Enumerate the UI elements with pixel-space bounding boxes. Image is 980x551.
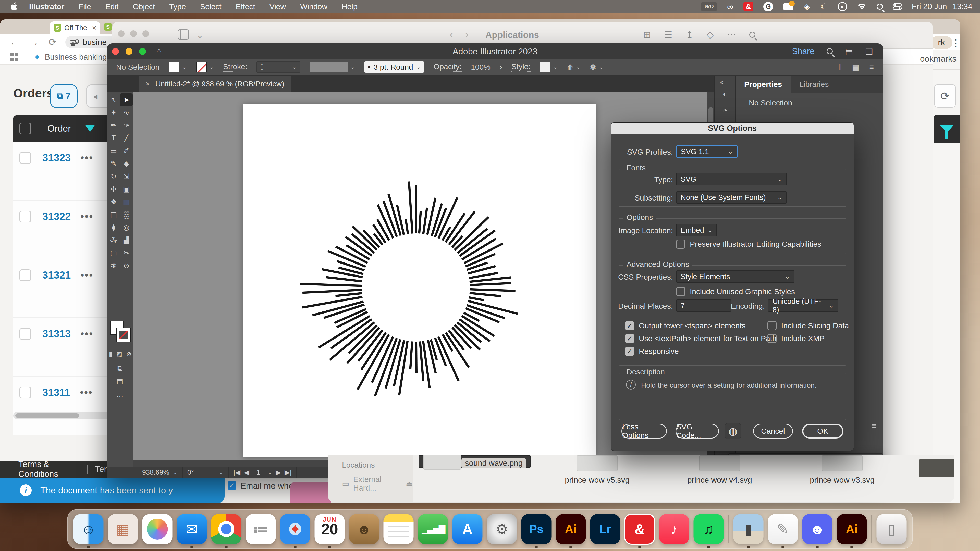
chrome[interactable] xyxy=(211,514,242,544)
scale-tool[interactable]: ⇲ xyxy=(120,170,133,183)
lasso-tool[interactable]: ∿ xyxy=(120,106,133,119)
tab-close-icon[interactable]: × xyxy=(92,24,97,32)
rotation-dropdown[interactable]: 0°⌄ xyxy=(183,467,229,478)
terms-link[interactable]: Terms & Conditions xyxy=(18,459,80,479)
order-number-link[interactable]: 31322 xyxy=(42,211,71,222)
gradient-button[interactable]: ▨ xyxy=(116,351,122,358)
menu-window[interactable]: Window xyxy=(300,2,328,11)
dock-separator[interactable] xyxy=(871,515,872,543)
css-properties-select[interactable]: Style Elements⌄ xyxy=(676,270,794,283)
row-menu-icon[interactable]: ••• xyxy=(80,269,94,281)
file-item[interactable]: prince wow v5.svg xyxy=(541,455,653,485)
workspace-icon[interactable]: ▤ xyxy=(845,46,853,56)
gradient-tool[interactable]: ▒ xyxy=(120,208,133,221)
file-name[interactable]: sound wave.png xyxy=(461,458,526,468)
transform-icon[interactable]: ▦ xyxy=(852,63,859,72)
bookmark-item[interactable]: Business banking | xyxy=(45,52,111,62)
row-checkbox[interactable] xyxy=(19,152,31,164)
subsetting-select[interactable]: None (Use System Fonts)⌄ xyxy=(676,191,787,204)
stacks-icon[interactable]: ◈ xyxy=(803,2,810,11)
order-number-link[interactable]: 31323 xyxy=(42,152,71,164)
music[interactable]: ♪ xyxy=(659,514,689,544)
symbol-sprayer-tool[interactable]: ⁂ xyxy=(107,233,120,246)
dock-separator[interactable] xyxy=(728,515,729,543)
menu-icon[interactable]: ≡ xyxy=(869,63,874,72)
back-icon[interactable]: ‹ xyxy=(450,28,453,41)
rectangle-tool[interactable]: ▭ xyxy=(107,144,120,157)
calendar[interactable]: JUN 20 xyxy=(315,514,345,544)
shaper-tool[interactable]: ✎ xyxy=(107,157,120,170)
row-menu-icon[interactable]: ••• xyxy=(80,328,94,340)
tab-libraries[interactable]: Libraries xyxy=(791,76,837,93)
search-icon[interactable] xyxy=(749,32,756,38)
sidebar-toggle-icon[interactable] xyxy=(178,29,189,40)
edit-toolbar-icon[interactable]: ⋯ xyxy=(107,392,133,401)
color-button[interactable]: ▮ xyxy=(109,351,112,358)
scrollbar-thumb[interactable] xyxy=(15,413,79,418)
chrome-tab-2[interactable]: S xyxy=(104,23,112,30)
spotlight-icon[interactable] xyxy=(877,3,883,10)
eyedropper-tool[interactable]: ⧫ xyxy=(107,221,120,233)
mesh-tool[interactable]: ▤ xyxy=(107,208,120,221)
file-name[interactable]: prince wow v5.svg xyxy=(561,475,633,485)
creative-cloud-icon[interactable]: ∞ xyxy=(727,2,733,12)
svg-code-button[interactable]: SVG Code... xyxy=(676,424,719,438)
eject-icon[interactable]: ⏏ xyxy=(406,479,413,488)
image-location-select[interactable]: Embed⌄ xyxy=(676,224,717,237)
share-button[interactable]: Share xyxy=(792,46,815,56)
notes[interactable] xyxy=(383,514,414,544)
sidebar-item-external-drive[interactable]: ▭ External Hard... ⏏ xyxy=(342,475,413,492)
browser-menu-icon[interactable]: ⋮ xyxy=(951,37,961,48)
preserve-editing-checkbox[interactable] xyxy=(676,240,685,249)
screen-mode-icon[interactable]: ⬒ xyxy=(107,376,133,385)
opacity-label[interactable]: Opacity: xyxy=(434,62,462,72)
close-tab-icon[interactable]: × xyxy=(146,80,150,88)
order-number-link[interactable]: 31311 xyxy=(42,387,70,398)
collapse-panels-icon[interactable]: « xyxy=(720,78,724,86)
table-row[interactable]: 31321 ••• xyxy=(13,259,114,318)
zoom-tool[interactable]: ⊙ xyxy=(120,259,133,272)
prev-artboard-icon[interactable]: ◀ xyxy=(244,468,249,476)
wd-drive-icon[interactable]: WD xyxy=(701,2,717,11)
safari[interactable]: ✦ xyxy=(280,514,310,544)
perspective-grid-tool[interactable]: ▦ xyxy=(120,195,133,208)
slicing-data-checkbox[interactable] xyxy=(767,321,776,330)
document-tab[interactable]: × Untitled-2* @ 938.69 % (RGB/Preview) xyxy=(139,76,291,92)
horizontal-scrollbar[interactable] xyxy=(13,412,114,419)
chrome-tab-active[interactable]: S Off The Map J × xyxy=(50,21,100,34)
unused-styles-checkbox[interactable] xyxy=(676,287,685,296)
cancel-button[interactable]: Cancel xyxy=(753,424,793,438)
ampersand-app-icon[interactable]: & xyxy=(743,2,753,11)
none-button[interactable]: ⊘ xyxy=(126,351,131,358)
line-segment-tool[interactable]: ╱ xyxy=(120,132,133,144)
brush-definition-dropdown[interactable]: • 3 pt. Round ⌄ xyxy=(364,62,425,73)
order-number-link[interactable]: 31321 xyxy=(42,269,71,281)
slice-tool[interactable]: ✂ xyxy=(120,246,133,259)
finder[interactable]: ☺ xyxy=(73,514,103,544)
table-row[interactable]: 31311 ••• xyxy=(13,376,114,435)
contacts[interactable]: ☻ xyxy=(349,514,379,544)
direct-selection-tool[interactable]: ↖ xyxy=(107,94,120,106)
ok-button[interactable]: OK xyxy=(802,424,843,438)
width-tool[interactable]: ✣ xyxy=(107,183,120,195)
svg-profiles-select[interactable]: SVG 1.1⌄ xyxy=(676,145,738,158)
illustrator-beta[interactable]: Ai xyxy=(837,514,867,544)
opacity-more-icon[interactable]: › xyxy=(500,63,502,71)
recolor-artwork-icon[interactable]: ✾⌄ xyxy=(590,63,604,72)
tab-properties[interactable]: Properties xyxy=(735,76,791,93)
select-all-checkbox[interactable] xyxy=(19,123,31,135)
style-swatch[interactable]: ⌄ xyxy=(540,62,558,73)
spotify[interactable]: ♫ xyxy=(694,514,724,544)
font-type-select[interactable]: SVG⌄ xyxy=(676,173,787,186)
row-menu-icon[interactable]: ••• xyxy=(80,387,93,398)
file-item[interactable]: prince wow v3.svg xyxy=(786,455,898,485)
illustrator[interactable]: Ai xyxy=(556,514,586,544)
menu-app-name[interactable]: Illustrator xyxy=(29,2,64,11)
color-panel-icon[interactable]: ◐ xyxy=(714,89,735,99)
launchpad[interactable]: ▦ xyxy=(108,514,138,544)
web-preview-button[interactable]: ◍ xyxy=(725,423,741,439)
sort-desc-icon[interactable] xyxy=(85,125,95,132)
stroke-swatch[interactable]: ⌄ xyxy=(196,62,214,73)
discord[interactable]: ☻ xyxy=(802,514,832,544)
profile-chip-fragment[interactable]: rk xyxy=(931,36,953,49)
